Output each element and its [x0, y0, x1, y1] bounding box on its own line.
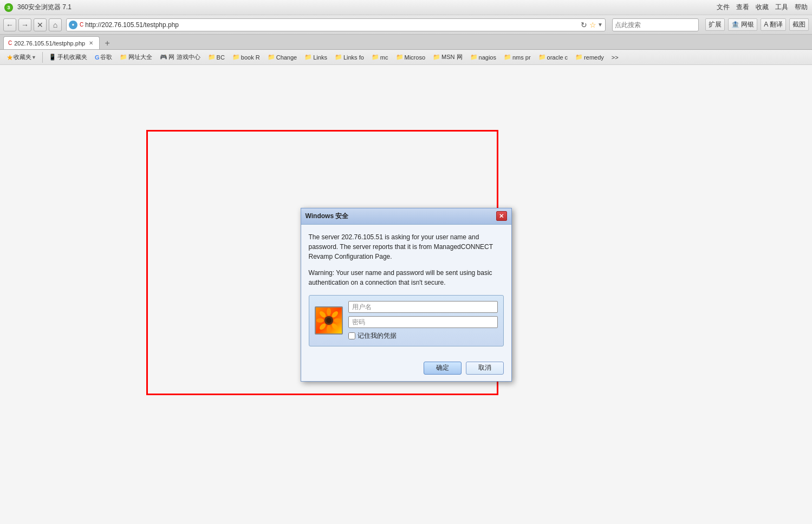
- folder-icon-2: 📁: [120, 54, 127, 61]
- bookmark-links[interactable]: 📁 Links: [301, 51, 330, 63]
- translate-btn[interactable]: A 翻译: [761, 18, 786, 31]
- bookmark-label: mc: [380, 54, 388, 61]
- menu-view[interactable]: 查看: [736, 3, 749, 12]
- svg-point-4: [330, 323, 339, 331]
- credential-fields: 记住我的凭据: [348, 301, 498, 340]
- credential-avatar: [315, 306, 343, 335]
- bookmark-label: 谷歌: [100, 53, 112, 61]
- bookmark-mc[interactable]: 📁 mc: [368, 51, 392, 63]
- screenshot-btn[interactable]: 截图: [789, 18, 809, 31]
- address-icon: ●: [69, 21, 77, 29]
- bookmark-label: book R: [241, 54, 260, 61]
- bookmark-bookr[interactable]: 📁 book R: [229, 51, 263, 63]
- bookmark-remedy[interactable]: 📁 remedy: [572, 51, 607, 63]
- chevron-down-icon: ▼: [31, 55, 36, 60]
- search-box[interactable]: [612, 18, 699, 31]
- dialog-titlebar: Windows 安全 ✕: [301, 208, 511, 225]
- more-icon: >>: [612, 54, 619, 61]
- folder-icon-10: 📁: [433, 54, 440, 61]
- menu-favorites[interactable]: 收藏: [756, 3, 769, 12]
- address-favicon: C: [80, 22, 83, 28]
- menu-file[interactable]: 文件: [717, 3, 730, 12]
- bookmark-label: Microso: [405, 54, 426, 61]
- bookmark-msn[interactable]: 📁 MSN 网: [430, 51, 466, 63]
- svg-point-10: [326, 318, 332, 323]
- bookmark-bc[interactable]: 📁 BC: [205, 51, 228, 63]
- bookmark-favorites[interactable]: ★ 收藏夹 ▼: [3, 51, 40, 63]
- bookmark-change[interactable]: 📁 Change: [264, 51, 301, 63]
- address-input[interactable]: [85, 21, 579, 29]
- username-input[interactable]: [348, 301, 498, 313]
- bookmark-label: oracle c: [547, 54, 568, 61]
- bookmarks-bar: ★ 收藏夹 ▼ 📱 手机收藏夹 G 谷歌 📁 网址大全 🎮 网 游戏中心 📁 B…: [0, 50, 812, 65]
- bookmark-microsoft[interactable]: 📁 Microso: [393, 51, 429, 63]
- browser-title: 360安全浏览器 7.1: [17, 3, 717, 12]
- svg-point-2: [330, 310, 339, 319]
- bookmark-games[interactable]: 🎮 网 游戏中心: [157, 51, 203, 63]
- windows-security-dialog: Windows 安全 ✕ The server 202.76.105.51 is…: [301, 208, 512, 382]
- netbank-btn[interactable]: 🏦 网银: [728, 18, 757, 31]
- new-tab-button[interactable]: +: [101, 37, 114, 49]
- tab-close-button[interactable]: ✕: [87, 40, 95, 47]
- address-bar[interactable]: ● C ↻ ☆ ▼: [66, 18, 606, 31]
- expand-btn[interactable]: 扩展: [705, 18, 725, 31]
- browser-toolbar: ← → ✕ ⌂ ● C ↻ ☆ ▼ 扩展 🏦 网银 A 翻译 截图: [0, 15, 812, 35]
- main-content: Windows 安全 ✕ The server 202.76.105.51 is…: [0, 65, 812, 524]
- bookmark-label: 网 游戏中心: [168, 53, 200, 61]
- bookmark-nagios[interactable]: 📁 nagios: [467, 51, 499, 63]
- svg-point-5: [327, 325, 331, 333]
- bookmark-label: nagios: [479, 54, 496, 61]
- tab-favicon: C: [8, 40, 12, 46]
- remember-checkbox[interactable]: [348, 332, 355, 339]
- folder-icon-3: 📁: [208, 54, 216, 61]
- cancel-button[interactable]: 取消: [466, 362, 504, 375]
- svg-point-1: [327, 308, 331, 316]
- bookmark-more[interactable]: >>: [608, 51, 622, 63]
- password-input[interactable]: [348, 316, 498, 328]
- remember-row: 记住我的凭据: [348, 331, 498, 340]
- remember-label[interactable]: 记住我的凭据: [358, 331, 397, 340]
- folder-icon-9: 📁: [396, 54, 404, 61]
- bookmark-label: MSN 网: [441, 53, 463, 61]
- bookmark-star-icon: ★: [7, 53, 14, 62]
- bookmark-nms[interactable]: 📁 nms pr: [501, 51, 534, 63]
- bookmark-mobile[interactable]: 📱 手机收藏夹: [46, 51, 90, 63]
- flower-icon: [316, 307, 342, 333]
- active-tab[interactable]: C 202.76.105.51/testphp.php ✕: [3, 36, 100, 49]
- folder-icon-1: 📱: [49, 54, 56, 61]
- address-reload[interactable]: ↻: [581, 21, 587, 29]
- svg-point-6: [318, 323, 327, 331]
- search-input[interactable]: [615, 21, 696, 29]
- address-star[interactable]: ☆: [589, 21, 596, 29]
- back-button[interactable]: ←: [3, 18, 16, 31]
- home-button[interactable]: ⌂: [49, 18, 62, 31]
- bookmark-label: 收藏夹: [14, 53, 31, 61]
- folder-icon-8: 📁: [372, 54, 379, 61]
- svg-point-8: [318, 310, 327, 319]
- bookmark-sites[interactable]: 📁 网址大全: [116, 51, 155, 63]
- bookmark-label: remedy: [584, 54, 604, 61]
- dialog-overlay: Windows 安全 ✕ The server 202.76.105.51 is…: [0, 65, 812, 524]
- address-dropdown[interactable]: ▼: [597, 22, 603, 28]
- dialog-close-button[interactable]: ✕: [496, 211, 507, 221]
- menu-help[interactable]: 帮助: [795, 3, 808, 12]
- folder-icon-7: 📁: [335, 54, 342, 61]
- folder-icon-13: 📁: [538, 54, 546, 61]
- bookmark-oracle[interactable]: 📁 oracle c: [535, 51, 571, 63]
- dialog-buttons: 确定 取消: [301, 357, 511, 381]
- bookmark-label: BC: [217, 54, 225, 61]
- tab-title: 202.76.105.51/testphp.php: [14, 40, 85, 47]
- toolbar-right: 扩展 🏦 网银 A 翻译 截图: [705, 18, 809, 31]
- ok-button[interactable]: 确定: [424, 362, 462, 375]
- folder-icon-11: 📁: [470, 54, 478, 61]
- bookmark-label: Links fo: [343, 54, 364, 61]
- games-icon: 🎮: [160, 54, 167, 61]
- bookmark-google[interactable]: G 谷歌: [92, 51, 116, 63]
- stop-button[interactable]: ✕: [34, 18, 47, 31]
- folder-icon-12: 📁: [504, 54, 511, 61]
- bookmark-label: Change: [276, 54, 297, 61]
- menu-tools[interactable]: 工具: [775, 3, 788, 12]
- bookmark-linksfo[interactable]: 📁 Links fo: [332, 51, 367, 63]
- browser-menu: 文件 查看 收藏 工具 帮助: [717, 3, 808, 12]
- forward-button[interactable]: →: [18, 18, 31, 31]
